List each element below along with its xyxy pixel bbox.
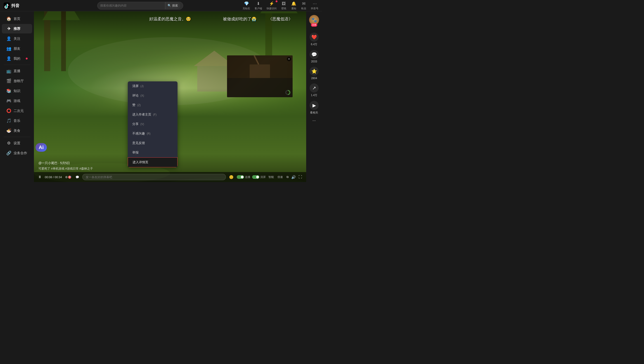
sidebar-item-home[interactable]: 🏠 首页 <box>2 14 32 24</box>
header-recharge[interactable]: 💎 充钻石 <box>243 1 250 10</box>
share-button[interactable]: ↗ 1.4万 <box>310 84 318 97</box>
sidebar-anime-label: 二次元 <box>14 109 24 113</box>
more-dots: ··· <box>312 118 316 123</box>
star-count: 2804 <box>311 77 317 80</box>
knowledge-icon: 📚 <box>6 88 11 93</box>
mini-progress-inner <box>286 91 290 94</box>
sidebar-item-music[interactable]: 🎵 音乐 <box>2 116 32 126</box>
header-message[interactable]: ✉ 私信 <box>301 1 306 10</box>
danmaku-input[interactable] <box>82 174 226 180</box>
logo-area: 抖音 <box>4 2 38 9</box>
play-pause-button[interactable]: ⏸ <box>37 175 42 179</box>
lianbo-toggle[interactable] <box>237 175 244 179</box>
video-controls: ⏸ 00:08 / 00:34 ⚙🎯 💬 😊 连播 清屏 智能 <box>34 172 306 182</box>
context-menu-report[interactable]: 举报 <box>128 148 178 157</box>
comment-shortcut: (X) <box>140 94 144 97</box>
author-shortcut: (F) <box>153 113 156 116</box>
pip-button[interactable]: ⧉ <box>286 175 290 179</box>
search-input-wrap[interactable]: 🔍 搜索 <box>97 2 183 10</box>
tiktok-logo-icon <box>4 2 10 9</box>
context-menu: 清屏 (J) 评论 (X) 赞 (Z) 进入作者主页 (F) 分享 (V) 不感… <box>128 82 178 167</box>
context-menu-share[interactable]: 分享 (V) <box>128 119 178 129</box>
emoji-button[interactable]: 😊 <box>228 175 234 179</box>
search-icon: 🔍 <box>168 4 171 7</box>
fullscreen-button[interactable]: ⛶ <box>298 175 303 179</box>
context-menu-detail[interactable]: 进入详情页 <box>128 157 178 167</box>
search-btn-label: 搜索 <box>172 4 178 8</box>
zhining-btn[interactable]: 智能 <box>268 175 275 180</box>
context-menu-clear[interactable]: 清屏 (J) <box>128 82 178 91</box>
header-client[interactable]: ⬇ 客户端 <box>254 1 262 10</box>
video-container[interactable]: 好温柔的恶魔之音。🥺 被做成好吃的了😭 《恶魔低语》 @一只小尾巴 · 5月5日… <box>34 11 306 182</box>
like-shortcut: (Z) <box>137 104 141 107</box>
author-avatar[interactable]: 🐾 直播 <box>309 15 319 25</box>
header-wallpaper[interactable]: 🖼 壁纸 <box>281 1 286 10</box>
header-quickaccess[interactable]: ⚡ 快捷访问 <box>266 1 276 10</box>
search-button[interactable]: 🔍 搜索 <box>165 2 180 9</box>
sidebar-item-recommend[interactable]: ✈ 推荐 <box>2 24 32 34</box>
watch-related-button[interactable]: ▶ 看相关 <box>310 101 318 115</box>
message-label: 私信 <box>301 7 306 10</box>
like-button[interactable]: ❤️ 6.4万 <box>310 32 318 46</box>
bell-icon: 🔔 <box>291 1 296 6</box>
like-count: 6.4万 <box>311 42 318 46</box>
live-badge: 直播 <box>311 23 317 27</box>
search-bar: 🔍 搜索 <box>38 2 243 10</box>
live-icon: 📺 <box>6 68 11 74</box>
sidebar-item-food[interactable]: 🍜 美食 <box>2 126 32 136</box>
share-count: 1.4万 <box>311 93 318 97</box>
volume-icon[interactable]: 🔊 <box>291 175 296 179</box>
client-label: 客户端 <box>254 7 262 10</box>
sidebar-business-label: 业务合作 <box>14 151 27 155</box>
sidebar-item-anime[interactable]: ⭕ 二次元 <box>2 106 32 116</box>
ai-pill[interactable]: Ai <box>36 143 47 152</box>
sidebar-recommend-label: 推荐 <box>14 27 20 31</box>
context-menu-author-home[interactable]: 进入作者主页 (F) <box>128 110 178 119</box>
food-icon: 🍜 <box>6 128 11 133</box>
sidebar-follow-label: 关注 <box>14 37 20 41</box>
subtitle-left: 好温柔的恶魔之音。🥺 <box>149 16 191 22</box>
header-notify[interactable]: 🔔 通知 <box>291 1 296 10</box>
follow-icon: 👤 <box>6 36 11 41</box>
diamond-icon: 💎 <box>244 1 249 6</box>
more-actions-button[interactable]: ··· <box>312 118 316 123</box>
context-menu-like[interactable]: 赞 (Z) <box>128 100 178 110</box>
sidebar-item-settings[interactable]: ⚙ 设置 <box>2 138 32 148</box>
sidebar-item-cinema[interactable]: 🎬 放映厅 <box>2 76 32 86</box>
heart-icon: ❤️ <box>310 32 318 42</box>
star-button[interactable]: ⭐ 2804 <box>310 67 318 80</box>
lightning-icon: ⚡ <box>269 1 274 6</box>
beishu-btn[interactable]: 倍速 <box>276 175 284 180</box>
right-actions: 🐾 直播 ❤️ 6.4万 💬 2033 ⭐ 2804 ↗ 1.4万 ▶ 看相关 … <box>306 11 322 182</box>
danmaku-settings-btn[interactable]: ⚙🎯 <box>64 176 72 179</box>
danmaku-toggle-btn[interactable]: 💬 <box>74 176 80 179</box>
header-actions: 💎 充钻石 ⬇ 客户端 ⚡ 快捷访问 🖼 壁纸 🔔 通知 ✉ 私信 ⋯ 抖音号 <box>243 1 318 10</box>
svg-rect-1 <box>44 11 50 71</box>
sidebar-item-knowledge[interactable]: 📚 知识 <box>2 86 32 96</box>
video-title-overlay: 《恶魔低语》 <box>268 16 292 22</box>
sidebar-item-business[interactable]: 🔗 业务合作 <box>2 148 32 158</box>
recommend-icon: ✈ <box>6 26 11 31</box>
search-input[interactable] <box>100 4 165 7</box>
mini-preview-close[interactable]: × <box>287 57 291 61</box>
comment-button[interactable]: 💬 2033 <box>310 50 318 63</box>
video-description: 可爱死了 #单机游戏 #游戏日常 #森林之子 <box>38 167 93 171</box>
context-menu-feedback[interactable]: 意见反馈 <box>128 138 178 148</box>
qingping-toggle[interactable] <box>252 175 259 179</box>
star-icon: ⭐ <box>310 67 318 76</box>
context-menu-not-interested[interactable]: 不感兴趣 (R) <box>128 129 178 138</box>
sidebar-item-mine[interactable]: 👤 我的 <box>2 54 32 63</box>
sidebar-item-live[interactable]: 📺 直播 <box>2 66 32 76</box>
context-menu-comment[interactable]: 评论 (X) <box>128 91 178 100</box>
mini-preview[interactable]: × <box>227 56 292 97</box>
watch-related-label: 看相关 <box>310 111 318 115</box>
sidebar-item-follow[interactable]: 👤 关注 <box>2 34 32 44</box>
download-icon: ⬇ <box>256 1 261 6</box>
sidebar-item-friends[interactable]: 👥 朋友 <box>2 44 32 53</box>
header-more[interactable]: ⋯ 抖音号 <box>311 1 318 10</box>
subtitle-right: 被做成好吃的了😭 <box>223 16 256 22</box>
sidebar-item-game[interactable]: 🎮 游戏 <box>2 96 32 106</box>
header: 抖音 🔍 搜索 💎 充钻石 ⬇ 客户端 ⚡ 快捷访问 🖼 壁纸 <box>0 0 322 11</box>
mine-dot <box>26 58 28 60</box>
lianbo-toggle-group: 连播 <box>237 175 250 179</box>
